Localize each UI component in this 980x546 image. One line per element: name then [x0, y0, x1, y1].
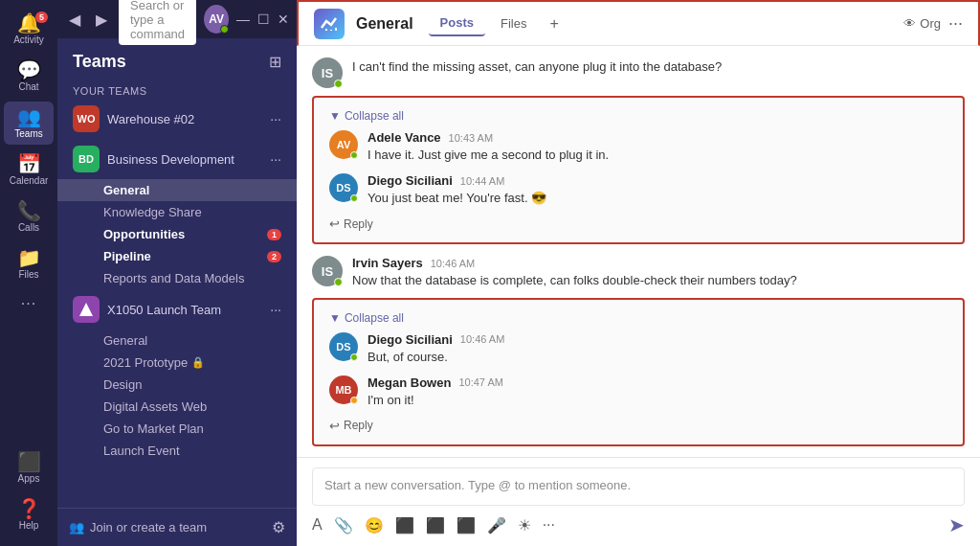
- gif-icon[interactable]: ⬛: [395, 516, 414, 535]
- sidebar-topbar: ◀ ▶ Search or type a command AV — ☐ ✕: [57, 0, 297, 38]
- channel-pipeline[interactable]: Pipeline 2: [57, 245, 297, 267]
- tab-files[interactable]: Files: [489, 11, 538, 36]
- team-warehouse[interactable]: WO Warehouse #02 ···: [61, 100, 293, 138]
- sidebar-item-chat[interactable]: 💬 Chat: [4, 55, 54, 98]
- compose-area: Start a new conversation. Type @ to ment…: [297, 457, 980, 546]
- icon-bar-bottom: ⬛ Apps ❓ Help: [4, 446, 54, 546]
- channel-header: General Posts Files + 👁 Org ···: [297, 0, 980, 46]
- maximize-button[interactable]: ☐: [257, 11, 270, 27]
- team-business-dev[interactable]: BD Business Development ···: [61, 140, 293, 178]
- schedule-icon[interactable]: ⬛: [457, 516, 476, 535]
- reply-button-1[interactable]: ↩ Reply: [329, 216, 947, 231]
- apps-icon: ⬛: [17, 452, 41, 471]
- channel-design[interactable]: Design: [57, 374, 297, 396]
- channel-go-to-market[interactable]: Go to Market Plan: [57, 418, 297, 440]
- more-toolbar-icon[interactable]: ···: [543, 516, 555, 534]
- irvin-online: [334, 278, 343, 286]
- org-label: Org: [920, 16, 941, 31]
- svg-marker-0: [79, 303, 93, 316]
- x1050-channels: General 2021 Prototype 🔒 Design Digital …: [57, 330, 297, 462]
- sidebar-item-files[interactable]: 📁 Files: [4, 242, 54, 285]
- collapse-label-2: Collapse all: [345, 311, 404, 325]
- team-more-x1050[interactable]: ···: [266, 300, 285, 319]
- megan-name: Megan Bowen: [368, 375, 451, 390]
- chat-area[interactable]: IS I can't find the missing asset, can a…: [297, 46, 980, 457]
- reply-arrow-2: ↩: [329, 419, 340, 433]
- channel-opportunities[interactable]: Opportunities 1: [57, 223, 297, 245]
- collapse-label-1: Collapse all: [345, 109, 404, 123]
- filter-icon[interactable]: ⊞: [269, 53, 281, 71]
- sidebar-item-activity[interactable]: 🔔 5 Activity: [4, 8, 54, 51]
- eye-icon: 👁: [903, 16, 916, 31]
- adele-name: Adele Vance: [368, 130, 441, 145]
- join-team-label: Join or create a team: [90, 520, 207, 535]
- attach-icon[interactable]: 📎: [334, 516, 353, 535]
- adele-time: 10:43 AM: [449, 132, 493, 144]
- team-more-warehouse[interactable]: ···: [266, 109, 285, 128]
- channel-reports[interactable]: Reports and Data Models: [57, 267, 297, 289]
- sidebar-item-apps[interactable]: ⬛ Apps: [4, 446, 54, 489]
- collapse-thread-2[interactable]: ▼ Collapse all: [329, 311, 947, 325]
- team-name-business-dev: Business Development: [107, 152, 266, 167]
- channel-more-button[interactable]: ···: [948, 13, 963, 34]
- thread-message-megan: MB Megan Bowen 10:47 AM I'm on it!: [329, 375, 947, 409]
- diego-time-2: 10:46 AM: [460, 333, 504, 345]
- channel-knowledge-share[interactable]: Knowledge Share: [57, 201, 297, 223]
- top-message-text: I can't find the missing asset, can anyo…: [352, 59, 722, 74]
- sidebar-title: Teams: [73, 52, 126, 72]
- format-icon[interactable]: A: [312, 516, 323, 534]
- sidebar-item-teams[interactable]: 👥 Teams: [4, 102, 54, 145]
- channel-x1050-general[interactable]: General: [57, 330, 297, 352]
- team-more-business-dev[interactable]: ···: [266, 149, 285, 169]
- user-avatar[interactable]: AV: [204, 5, 229, 34]
- sidebar-item-more[interactable]: ···: [4, 289, 54, 318]
- diego-text-2: But, of course.: [368, 349, 504, 366]
- channel-launch-event[interactable]: Launch Event: [57, 440, 297, 462]
- sticker-icon[interactable]: ⬛: [426, 516, 445, 535]
- org-button[interactable]: 👁 Org: [903, 16, 941, 31]
- top-message-avatar: IS: [312, 57, 343, 88]
- close-button[interactable]: ✕: [278, 11, 289, 27]
- channel-name-go-to-market: Go to Market Plan: [103, 421, 204, 436]
- team-avatar-business-dev: BD: [73, 146, 100, 172]
- team-avatar-x1050: [73, 296, 100, 323]
- emoji-icon[interactable]: 😊: [365, 516, 384, 535]
- irvin-message-entry: IS Irvin Sayers 10:46 AM Now that the da…: [312, 256, 965, 289]
- channel-general[interactable]: General: [57, 179, 297, 201]
- settings-icon[interactable]: ⚙: [272, 518, 285, 536]
- priority-icon[interactable]: ☀: [518, 516, 531, 535]
- collapse-arrow-2: ▼: [329, 311, 341, 325]
- audio-icon[interactable]: 🎤: [487, 516, 506, 535]
- thread-message-diego: DS Diego Siciliani 10:44 AM You just bea…: [329, 173, 947, 207]
- team-x1050[interactable]: X1050 Launch Team ···: [61, 290, 293, 329]
- thread-2: ▼ Collapse all DS Diego Siciliani 10:46 …: [312, 298, 965, 446]
- forward-button[interactable]: ▶: [92, 7, 111, 33]
- activity-label: Activity: [13, 34, 44, 45]
- sidebar-item-help[interactable]: ❓ Help: [4, 493, 54, 536]
- collapse-thread-1[interactable]: ▼ Collapse all: [329, 109, 947, 123]
- channel-name-design: Design: [103, 377, 142, 392]
- sidebar-item-calls[interactable]: 📞 Calls: [4, 195, 54, 239]
- channel-2021-prototype[interactable]: 2021 Prototype 🔒: [57, 352, 297, 374]
- minimize-button[interactable]: —: [236, 11, 250, 27]
- channel-digital-assets[interactable]: Digital Assets Web: [57, 396, 297, 418]
- irvin-text: Now that the database is complete, can f…: [352, 272, 965, 289]
- tab-posts[interactable]: Posts: [429, 11, 485, 36]
- reply-button-2[interactable]: ↩ Reply: [329, 419, 947, 433]
- sidebar-section-label: Your teams: [57, 80, 297, 99]
- irvin-content: Irvin Sayers 10:46 AM Now that the datab…: [352, 256, 965, 289]
- diego-avatar-1: DS: [329, 173, 358, 202]
- sidebar: ◀ ▶ Search or type a command AV — ☐ ✕ Te…: [57, 0, 297, 546]
- compose-input[interactable]: Start a new conversation. Type @ to ment…: [312, 467, 965, 506]
- sidebar-item-calendar[interactable]: 📅 Calendar: [4, 148, 54, 192]
- send-button[interactable]: ➤: [948, 513, 965, 536]
- tab-add-button[interactable]: +: [542, 11, 566, 36]
- channel-name-x1050-general: General: [103, 333, 147, 348]
- reply-arrow-1: ↩: [329, 216, 340, 231]
- join-team-button[interactable]: 👥 Join or create a team: [69, 520, 207, 535]
- back-button[interactable]: ◀: [65, 7, 84, 33]
- channel-icon: [314, 9, 345, 39]
- megan-online: [350, 397, 358, 404]
- chat-icon: 💬: [17, 60, 41, 80]
- files-label: Files: [18, 269, 38, 280]
